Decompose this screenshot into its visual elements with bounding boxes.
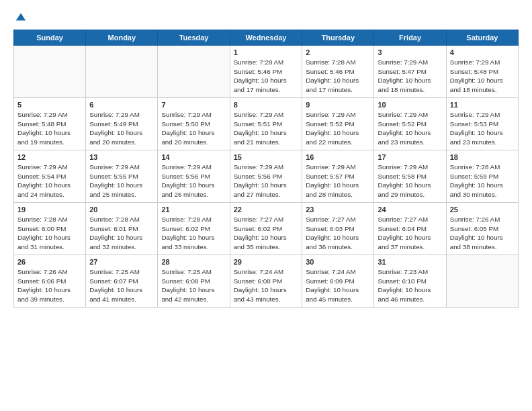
day-info: Sunrise: 7:28 AM Sunset: 6:00 PM Dayligh… — [17, 215, 82, 252]
calendar-cell: 6Sunrise: 7:29 AM Sunset: 5:49 PM Daylig… — [86, 98, 158, 150]
day-header-tuesday: Tuesday — [158, 30, 230, 46]
day-number: 5 — [17, 101, 82, 109]
calendar-cell: 12Sunrise: 7:29 AM Sunset: 5:54 PM Dayli… — [14, 150, 86, 203]
day-number: 14 — [161, 153, 226, 161]
calendar-cell: 4Sunrise: 7:29 AM Sunset: 5:48 PM Daylig… — [446, 46, 518, 98]
calendar-cell — [158, 46, 230, 98]
day-info: Sunrise: 7:27 AM Sunset: 6:04 PM Dayligh… — [378, 215, 442, 252]
day-info: Sunrise: 7:26 AM Sunset: 6:05 PM Dayligh… — [450, 215, 515, 252]
day-header-monday: Monday — [86, 30, 158, 46]
day-number: 23 — [306, 205, 370, 214]
week-row-2: 5Sunrise: 7:29 AM Sunset: 5:48 PM Daylig… — [14, 98, 519, 150]
day-info: Sunrise: 7:27 AM Sunset: 6:02 PM Dayligh… — [234, 215, 298, 252]
day-info: Sunrise: 7:29 AM Sunset: 5:56 PM Dayligh… — [161, 163, 226, 199]
calendar-cell: 20Sunrise: 7:28 AM Sunset: 6:01 PM Dayli… — [86, 203, 158, 255]
day-number: 22 — [234, 205, 298, 214]
day-info: Sunrise: 7:29 AM Sunset: 5:48 PM Dayligh… — [450, 58, 515, 95]
day-info: Sunrise: 7:29 AM Sunset: 5:53 PM Dayligh… — [450, 110, 515, 147]
calendar-cell: 22Sunrise: 7:27 AM Sunset: 6:02 PM Dayli… — [230, 203, 302, 255]
calendar-cell — [446, 255, 518, 308]
day-info: Sunrise: 7:29 AM Sunset: 5:54 PM Dayligh… — [17, 163, 82, 199]
day-info: Sunrise: 7:25 AM Sunset: 6:08 PM Dayligh… — [161, 267, 226, 304]
day-number: 29 — [234, 258, 298, 266]
calendar-cell: 19Sunrise: 7:28 AM Sunset: 6:00 PM Dayli… — [14, 203, 86, 255]
calendar-cell: 16Sunrise: 7:29 AM Sunset: 5:57 PM Dayli… — [302, 150, 374, 203]
day-number: 28 — [161, 258, 226, 266]
day-info: Sunrise: 7:28 AM Sunset: 6:02 PM Dayligh… — [161, 215, 226, 252]
day-info: Sunrise: 7:29 AM Sunset: 5:51 PM Dayligh… — [234, 110, 298, 147]
day-info: Sunrise: 7:25 AM Sunset: 6:07 PM Dayligh… — [89, 267, 154, 304]
day-number: 26 — [17, 258, 82, 266]
day-info: Sunrise: 7:29 AM Sunset: 5:49 PM Dayligh… — [89, 110, 154, 147]
day-info: Sunrise: 7:23 AM Sunset: 6:10 PM Dayligh… — [378, 267, 442, 304]
day-info: Sunrise: 7:29 AM Sunset: 5:47 PM Dayligh… — [378, 58, 442, 95]
calendar-cell: 24Sunrise: 7:27 AM Sunset: 6:04 PM Dayli… — [374, 203, 446, 255]
day-info: Sunrise: 7:29 AM Sunset: 5:48 PM Dayligh… — [17, 110, 82, 147]
calendar-cell: 10Sunrise: 7:29 AM Sunset: 5:52 PM Dayli… — [374, 98, 446, 150]
calendar-cell: 13Sunrise: 7:29 AM Sunset: 5:55 PM Dayli… — [86, 150, 158, 203]
calendar-cell: 11Sunrise: 7:29 AM Sunset: 5:53 PM Dayli… — [446, 98, 518, 150]
day-info: Sunrise: 7:29 AM Sunset: 5:58 PM Dayligh… — [378, 163, 442, 199]
calendar-cell: 1Sunrise: 7:28 AM Sunset: 5:46 PM Daylig… — [230, 46, 302, 98]
calendar-cell: 27Sunrise: 7:25 AM Sunset: 6:07 PM Dayli… — [86, 255, 158, 308]
day-info: Sunrise: 7:24 AM Sunset: 6:08 PM Dayligh… — [234, 267, 298, 304]
week-row-5: 26Sunrise: 7:26 AM Sunset: 6:06 PM Dayli… — [14, 255, 519, 308]
day-number: 27 — [89, 258, 154, 266]
calendar-cell: 15Sunrise: 7:29 AM Sunset: 5:56 PM Dayli… — [230, 150, 302, 203]
day-info: Sunrise: 7:28 AM Sunset: 5:46 PM Dayligh… — [234, 58, 298, 95]
calendar-cell: 21Sunrise: 7:28 AM Sunset: 6:02 PM Dayli… — [158, 203, 230, 255]
day-info: Sunrise: 7:29 AM Sunset: 5:55 PM Dayligh… — [89, 163, 154, 199]
calendar-cell: 23Sunrise: 7:27 AM Sunset: 6:03 PM Dayli… — [302, 203, 374, 255]
day-number: 31 — [378, 258, 442, 266]
day-info: Sunrise: 7:28 AM Sunset: 5:59 PM Dayligh… — [450, 163, 515, 199]
calendar-page: SundayMondayTuesdayWednesdayThursdayFrid… — [0, 0, 532, 411]
day-header-friday: Friday — [374, 30, 446, 46]
calendar-cell: 28Sunrise: 7:25 AM Sunset: 6:08 PM Dayli… — [158, 255, 230, 308]
calendar-body: 1Sunrise: 7:28 AM Sunset: 5:46 PM Daylig… — [14, 46, 519, 308]
calendar-cell: 7Sunrise: 7:29 AM Sunset: 5:50 PM Daylig… — [158, 98, 230, 150]
day-number: 6 — [89, 101, 154, 109]
week-row-1: 1Sunrise: 7:28 AM Sunset: 5:46 PM Daylig… — [14, 46, 519, 98]
day-number: 15 — [234, 153, 298, 161]
calendar-cell: 31Sunrise: 7:23 AM Sunset: 6:10 PM Dayli… — [374, 255, 446, 308]
calendar-cell: 8Sunrise: 7:29 AM Sunset: 5:51 PM Daylig… — [230, 98, 302, 150]
day-info: Sunrise: 7:24 AM Sunset: 6:09 PM Dayligh… — [306, 267, 370, 304]
day-number: 10 — [378, 101, 442, 109]
day-info: Sunrise: 7:26 AM Sunset: 6:06 PM Dayligh… — [17, 267, 82, 304]
calendar-cell — [14, 46, 86, 98]
day-info: Sunrise: 7:28 AM Sunset: 6:01 PM Dayligh… — [89, 215, 154, 252]
logo — [13, 11, 27, 23]
day-info: Sunrise: 7:29 AM Sunset: 5:52 PM Dayligh… — [378, 110, 442, 147]
calendar-cell: 30Sunrise: 7:24 AM Sunset: 6:09 PM Dayli… — [302, 255, 374, 308]
day-info: Sunrise: 7:27 AM Sunset: 6:03 PM Dayligh… — [306, 215, 370, 252]
day-number: 3 — [378, 48, 442, 56]
day-header-wednesday: Wednesday — [230, 30, 302, 46]
calendar-cell: 5Sunrise: 7:29 AM Sunset: 5:48 PM Daylig… — [14, 98, 86, 150]
day-number: 18 — [450, 153, 515, 161]
week-row-3: 12Sunrise: 7:29 AM Sunset: 5:54 PM Dayli… — [14, 150, 519, 203]
day-header-saturday: Saturday — [446, 30, 518, 46]
day-number: 24 — [378, 205, 442, 214]
logo-icon — [15, 11, 27, 23]
day-number: 7 — [161, 101, 226, 109]
days-header-row: SundayMondayTuesdayWednesdayThursdayFrid… — [14, 30, 519, 46]
day-number: 8 — [234, 101, 298, 109]
day-number: 1 — [234, 48, 298, 56]
day-number: 17 — [378, 153, 442, 161]
calendar-cell: 17Sunrise: 7:29 AM Sunset: 5:58 PM Dayli… — [374, 150, 446, 203]
day-info: Sunrise: 7:29 AM Sunset: 5:57 PM Dayligh… — [306, 163, 370, 199]
header — [13, 11, 519, 23]
day-number: 25 — [450, 205, 515, 214]
day-number: 30 — [306, 258, 370, 266]
day-info: Sunrise: 7:29 AM Sunset: 5:52 PM Dayligh… — [306, 110, 370, 147]
calendar-header: SundayMondayTuesdayWednesdayThursdayFrid… — [14, 30, 519, 46]
day-number: 2 — [306, 48, 370, 56]
day-info: Sunrise: 7:29 AM Sunset: 5:50 PM Dayligh… — [161, 110, 226, 147]
day-header-thursday: Thursday — [302, 30, 374, 46]
day-number: 21 — [161, 205, 226, 214]
week-row-4: 19Sunrise: 7:28 AM Sunset: 6:00 PM Dayli… — [14, 203, 519, 255]
calendar-table: SundayMondayTuesdayWednesdayThursdayFrid… — [13, 30, 519, 308]
day-number: 12 — [17, 153, 82, 161]
calendar-cell: 29Sunrise: 7:24 AM Sunset: 6:08 PM Dayli… — [230, 255, 302, 308]
day-number: 16 — [306, 153, 370, 161]
